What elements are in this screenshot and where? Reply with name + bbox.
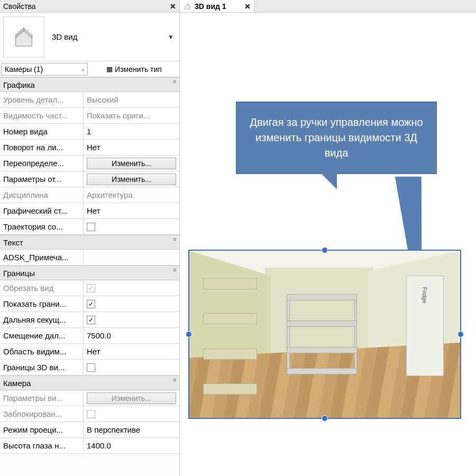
crop-handle-right[interactable] — [457, 331, 464, 337]
properties-panel: Свойства ✕ 3D вид ▼ Камеры (1) ⌄ ▦ Измен… — [0, 0, 180, 476]
group-graphics[interactable]: Графика ¤ — [0, 77, 179, 92]
row-visibility-parts: Видимость част... Показать ориги... — [0, 108, 179, 124]
label-far-offset: Смещение дал... — [0, 328, 84, 343]
type-selector[interactable]: 3D вид ▼ — [0, 13, 179, 61]
properties-close-icon[interactable]: ✕ — [170, 0, 176, 13]
label-scope-box: Область видим... — [0, 344, 84, 359]
edit-type-button[interactable]: ▦ Изменить тип — [89, 63, 179, 76]
perspective-viewport[interactable] — [188, 250, 461, 419]
label-eye-height: Высота глаза н... — [0, 438, 84, 453]
group-text[interactable]: Текст ¤ — [0, 235, 179, 250]
group-bounds-title: Границы — [3, 269, 35, 278]
label-graphic-style: Графический ст... — [0, 203, 84, 218]
value-view-number[interactable]: 1 — [84, 124, 179, 139]
label-visibility-parts: Видимость част... — [0, 108, 84, 123]
row-display-opts: Параметры от... Изменить... — [0, 171, 179, 187]
label-sun-path: Траектория со... — [0, 219, 84, 234]
far-clip-checkbox[interactable]: ✓ — [87, 316, 95, 324]
chevron-down-icon: ⌄ — [81, 66, 85, 72]
tab-title: 3D вид 1 — [195, 2, 226, 11]
type-thumbnail — [3, 16, 44, 58]
collapse-icon: ¤ — [173, 237, 176, 242]
bounds-3d-checkbox[interactable] — [87, 363, 95, 372]
view-tabs: 3D вид 1 ✕ — [180, 0, 476, 13]
row-show-crop: Показать грани... ✓ — [0, 296, 179, 312]
collapse-icon: ¤ — [173, 80, 176, 84]
value-projection[interactable]: В перспективе — [84, 422, 179, 437]
tab-3d-view-1[interactable]: 3D вид 1 ✕ — [180, 0, 254, 12]
row-sun-path: Траектория со... — [0, 219, 179, 235]
display-opts-edit-button[interactable]: Изменить... — [87, 173, 176, 185]
left-shelves — [203, 264, 257, 404]
house-3d-icon — [12, 25, 36, 49]
group-graphics-title: Графика — [3, 80, 35, 89]
sun-path-checkbox[interactable] — [87, 223, 95, 231]
instance-row: Камеры (1) ⌄ ▦ Изменить тип — [0, 61, 179, 77]
label-show-crop: Показать грани... — [0, 296, 84, 312]
value-far-offset[interactable]: 7500.0 — [84, 328, 179, 343]
label-bounds-3d: Границы 3D ви... — [0, 360, 84, 375]
row-scope-box: Область видим... Нет — [0, 344, 179, 360]
instance-combo[interactable]: Камеры (1) ⌄ — [1, 63, 88, 76]
value-discipline: Архитектура — [84, 187, 179, 203]
label-crop-view: Обрезать вид — [0, 280, 84, 296]
view-params-edit-button: Изменить... — [87, 392, 176, 404]
row-graphic-style: Графический ст... Нет — [0, 203, 179, 219]
group-bounds[interactable]: Границы ¤ — [0, 266, 179, 280]
row-view-params: Параметры ви... Изменить... — [0, 390, 179, 406]
label-far-clip: Дальняя секущ... — [0, 312, 84, 327]
row-rotation: Поворот на ли... Нет — [0, 140, 179, 155]
value-detail-level[interactable]: Высокий — [84, 92, 179, 107]
row-far-clip: Дальняя секущ... ✓ — [0, 312, 179, 328]
row-locked: Заблокирован... — [0, 406, 179, 422]
right-area: 3D вид 1 ✕ Двигая за ручки управления мо… — [180, 0, 476, 476]
label-adsk-note: ADSK_Примеча... — [0, 250, 84, 265]
edit-type-label: Изменить тип — [115, 65, 162, 74]
value-visibility-parts[interactable]: Показать ориги... — [84, 108, 179, 123]
label-view-number: Номер вида — [0, 124, 84, 139]
label-display-opts: Параметры от... — [0, 171, 84, 187]
crop-view-checkbox: ✓ — [87, 284, 95, 292]
instruction-callout: Двигая за ручки управления можно изменит… — [236, 102, 437, 174]
instance-label: Камеры (1) — [5, 65, 43, 74]
label-rotation: Поворот на ли... — [0, 140, 84, 155]
value-scope-box[interactable]: Нет — [84, 344, 179, 359]
row-adsk-note: ADSK_Примеча... — [0, 250, 179, 266]
collapse-icon: ¤ — [173, 268, 176, 272]
row-far-offset: Смещение дал... 7500.0 — [0, 328, 179, 344]
row-bounds-3d: Границы 3D ви... — [0, 360, 179, 376]
show-crop-checkbox[interactable]: ✓ — [87, 300, 95, 308]
value-adsk-note[interactable] — [84, 250, 179, 265]
fridge-label — [406, 276, 444, 376]
row-discipline: Дисциплина Архитектура — [0, 187, 179, 203]
row-detail-level: Уровень детал... Высокий — [0, 92, 179, 108]
label-discipline: Дисциплина — [0, 187, 84, 203]
group-camera-title: Камера — [3, 379, 31, 388]
value-rotation[interactable]: Нет — [84, 140, 179, 155]
label-override: Переопределе... — [0, 155, 84, 171]
render-image — [189, 251, 460, 418]
properties-title: Свойства — [3, 0, 35, 13]
value-graphic-style[interactable]: Нет — [84, 203, 179, 218]
tab-close-icon[interactable]: ✕ — [244, 2, 251, 11]
value-eye-height[interactable]: 1400.0 — [84, 438, 179, 453]
crop-handle-bottom[interactable] — [322, 415, 328, 422]
view-canvas[interactable]: Двигая за ручки управления можно изменит… — [180, 13, 476, 476]
house-3d-icon — [183, 2, 191, 11]
override-edit-button[interactable]: Изменить... — [87, 158, 176, 169]
group-text-title: Текст — [3, 238, 23, 247]
group-camera[interactable]: Камера ¤ — [0, 376, 179, 390]
locked-checkbox — [87, 410, 95, 418]
edit-type-icon: ▦ — [106, 65, 113, 73]
crop-handle-left[interactable] — [186, 331, 192, 337]
label-detail-level: Уровень детал... — [0, 92, 84, 107]
collapse-icon: ¤ — [173, 378, 176, 382]
label-view-params: Параметры ви... — [0, 390, 84, 406]
row-override: Переопределе... Изменить... — [0, 155, 179, 171]
crop-handle-top[interactable] — [322, 247, 328, 253]
row-eye-height: Высота глаза н... 1400.0 — [0, 438, 179, 454]
row-projection: Режим проеци... В перспективе — [0, 422, 179, 438]
row-view-number: Номер вида 1 — [0, 124, 179, 140]
properties-titlebar: Свойства ✕ — [0, 0, 179, 13]
label-locked: Заблокирован... — [0, 406, 84, 422]
